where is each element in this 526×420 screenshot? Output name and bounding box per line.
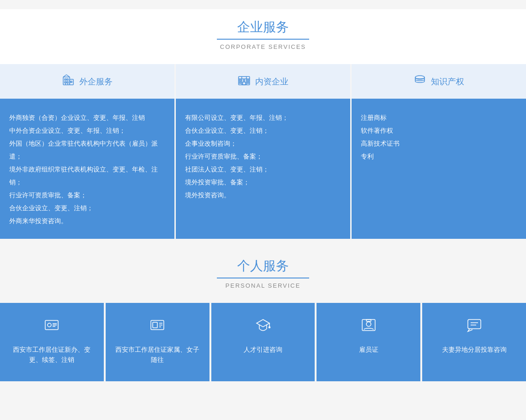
svg-marker-34	[257, 319, 269, 327]
personal-card-work-permit[interactable]: 西安市工作居住证新办、变更、续签、注销	[0, 303, 104, 381]
svg-rect-40	[468, 319, 481, 329]
svg-point-36	[269, 327, 270, 328]
corporate-title-en: CORPORATE SERVICES	[217, 39, 309, 50]
corporate-header: 企业服务 CORPORATE SERVICES	[0, 9, 526, 50]
svg-rect-18	[239, 82, 241, 83]
personal-card-couple[interactable]: 夫妻异地分居投靠咨询	[422, 303, 526, 381]
service-card-foreign: 外企服务 外商独资（合资）企业设立、变更、年报、注销 中外合资企业设立、变更、年…	[0, 64, 176, 239]
card-title-domestic: 内资企业	[255, 76, 288, 87]
svg-rect-8	[71, 81, 72, 83]
id-card2-icon	[149, 317, 166, 337]
bottom-space	[0, 381, 526, 409]
svg-rect-5	[67, 79, 68, 80]
personal-cards-row: 西安市工作居住证新办、变更、续签、注销 西安市工作居住证家属、女子随往	[0, 303, 526, 381]
svg-point-25	[48, 323, 51, 327]
personal-card-label-2: 西安市工作居住证家属、女子随往	[113, 344, 203, 365]
card-body-ip: 注册商标 软件著作权 高新技术证书 专利	[352, 100, 526, 174]
svg-rect-39	[366, 319, 371, 321]
personal-title-en: PERSONAL SERVICE	[217, 278, 309, 289]
chat-icon	[466, 317, 483, 337]
card-title-foreign: 外企服务	[79, 76, 113, 87]
svg-rect-20	[243, 82, 245, 85]
ip-icon	[413, 73, 426, 89]
svg-rect-6	[65, 82, 66, 83]
employee-card-icon	[360, 317, 377, 337]
personal-card-label-4: 雇员证	[359, 344, 378, 355]
personal-header: 个人服务 PERSONAL SERVICE	[0, 248, 526, 289]
personal-section: 个人服务 PERSONAL SERVICE 西安市工作居住证新办、变更、续签、注…	[0, 239, 526, 381]
card-title-ip: 知识产权	[431, 76, 464, 87]
svg-rect-19	[247, 82, 249, 83]
personal-card-label-1: 西安市工作居住证新办、变更、续签、注销	[7, 344, 97, 365]
building-foreign-icon	[62, 73, 75, 89]
service-card-ip: 知识产权 注册商标 软件著作权 高新技术证书 专利	[352, 64, 526, 239]
card-header-foreign: 外企服务	[0, 64, 174, 100]
id-card-icon	[43, 317, 60, 337]
card-header-domestic: 内资企业	[176, 64, 350, 100]
svg-rect-15	[239, 80, 241, 81]
card-body-domestic: 有限公司设立、变更、年报、注销； 合伙企业设立、变更、注销； 企事业改制咨询； …	[176, 100, 350, 213]
service-card-domestic: 内资企业 有限公司设立、变更、年报、注销； 合伙企业设立、变更、注销； 企事业改…	[176, 64, 352, 239]
personal-title-zh: 个人服务	[0, 257, 526, 275]
graduation-icon	[255, 317, 271, 337]
corporate-section: 企业服务 CORPORATE SERVICES	[0, 9, 526, 239]
svg-rect-1	[70, 79, 73, 85]
svg-rect-4	[65, 79, 66, 80]
svg-rect-0	[63, 77, 70, 85]
personal-card-label-3: 人才引进咨询	[244, 344, 282, 355]
svg-point-38	[366, 322, 371, 326]
corporate-title-zh: 企业服务	[0, 18, 526, 36]
personal-card-employee[interactable]: 雇员证	[317, 303, 420, 381]
svg-rect-30	[153, 322, 157, 328]
corporate-cards-row: 外企服务 外商独资（合资）企业设立、变更、年报、注销 中外合资企业设立、变更、年…	[0, 64, 526, 239]
card-header-ip: 知识产权	[352, 64, 526, 100]
personal-card-family[interactable]: 西安市工作居住证家属、女子随往	[106, 303, 209, 381]
building-domestic-icon	[238, 73, 251, 89]
personal-card-label-5: 夫妻异地分居投靠咨询	[442, 344, 507, 355]
svg-rect-7	[67, 82, 68, 83]
card-body-foreign: 外商独资（合资）企业设立、变更、年报、注销 中外合资企业设立、变更、年报、注销；…	[0, 100, 174, 239]
svg-rect-16	[244, 80, 245, 81]
personal-card-talent[interactable]: 人才引进咨询	[211, 303, 315, 381]
svg-rect-17	[247, 80, 249, 81]
